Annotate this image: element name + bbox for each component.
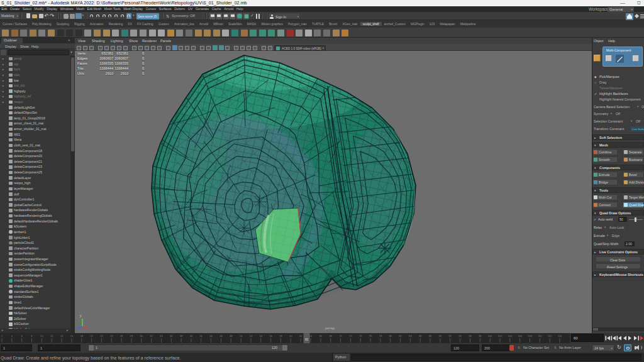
- svg-text:90: 90: [439, 334, 442, 337]
- svg-text:100: 100: [488, 334, 493, 337]
- svg-text:30: 30: [140, 334, 143, 337]
- svg-text:32: 32: [150, 334, 153, 337]
- svg-text:94: 94: [458, 334, 462, 337]
- svg-text:114: 114: [558, 334, 562, 337]
- svg-text:104: 104: [508, 334, 513, 337]
- svg-text:42: 42: [200, 334, 203, 337]
- svg-text:86: 86: [419, 334, 422, 337]
- svg-text:102: 102: [498, 334, 503, 337]
- svg-text:14: 14: [60, 334, 64, 337]
- svg-text:70: 70: [339, 334, 342, 337]
- svg-text:78: 78: [379, 334, 382, 337]
- svg-text:88: 88: [429, 334, 432, 337]
- svg-text:54: 54: [260, 334, 263, 337]
- svg-text:26: 26: [120, 334, 123, 337]
- svg-text:12: 12: [50, 334, 53, 337]
- svg-text:18: 18: [80, 334, 83, 337]
- svg-text:60: 60: [305, 338, 309, 341]
- svg-text:20: 20: [90, 334, 93, 337]
- svg-text:38: 38: [180, 334, 183, 337]
- svg-text:110: 110: [538, 334, 542, 337]
- svg-text:44: 44: [209, 334, 213, 337]
- svg-text:72: 72: [349, 334, 352, 337]
- svg-text:56: 56: [269, 334, 272, 337]
- svg-text:62: 62: [299, 334, 303, 337]
- svg-text:34: 34: [160, 334, 163, 337]
- svg-text:24: 24: [110, 334, 113, 337]
- svg-text:40: 40: [190, 334, 193, 337]
- svg-text:80: 80: [389, 334, 392, 337]
- svg-text:92: 92: [449, 334, 452, 337]
- svg-text:76: 76: [369, 334, 372, 337]
- svg-text:48: 48: [230, 334, 233, 337]
- svg-text:106: 106: [518, 334, 523, 337]
- svg-text:28: 28: [130, 334, 133, 337]
- svg-text:50: 50: [240, 334, 243, 337]
- svg-text:46: 46: [219, 334, 223, 337]
- svg-text:74: 74: [359, 334, 362, 337]
- svg-text:84: 84: [409, 334, 412, 337]
- svg-text:22: 22: [100, 334, 103, 337]
- svg-text:112: 112: [548, 334, 552, 337]
- svg-text:64: 64: [309, 334, 313, 337]
- svg-text:68: 68: [329, 334, 332, 337]
- svg-text:52: 52: [250, 334, 253, 337]
- svg-text:96: 96: [469, 334, 472, 337]
- svg-text:60: 60: [289, 334, 292, 337]
- svg-text:16: 16: [70, 334, 74, 337]
- svg-text:82: 82: [399, 334, 402, 337]
- svg-text:108: 108: [528, 334, 533, 337]
- svg-text:58: 58: [279, 334, 282, 337]
- svg-text:10: 10: [40, 334, 43, 337]
- svg-text:66: 66: [319, 334, 323, 337]
- svg-text:98: 98: [479, 334, 482, 337]
- svg-text:36: 36: [170, 334, 173, 337]
